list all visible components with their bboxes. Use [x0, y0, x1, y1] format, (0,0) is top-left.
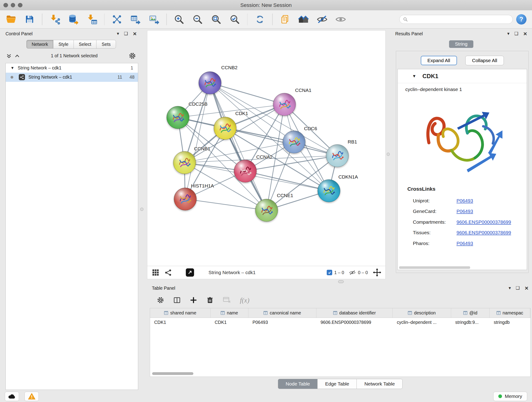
- network-view[interactable]: CCNB2CCNA1CDC25BCDK1CDC6RB1CCNB1CCNA2CDK…: [147, 30, 386, 279]
- network-row-selected[interactable]: String Network – cdk1 11 48: [6, 73, 138, 82]
- copy-button[interactable]: [278, 12, 293, 27]
- results-tab-string[interactable]: String: [449, 40, 473, 48]
- table-cell-name[interactable]: CDK1: [210, 320, 248, 325]
- pan-move-icon[interactable]: [373, 268, 381, 277]
- network-node-ccna2[interactable]: [234, 160, 257, 182]
- node-details-header[interactable]: ▼ CDK1: [398, 69, 527, 83]
- toggle-graphics-details-button[interactable]: [315, 12, 330, 27]
- open-dashboard-button[interactable]: [296, 12, 311, 27]
- panel-float-icon[interactable]: ❑: [124, 32, 128, 36]
- cloud-status-button[interactable]: [5, 392, 19, 401]
- network-node-rb1[interactable]: [326, 144, 349, 167]
- table-cell-database-identifier[interactable]: 9606.ENSP00000378699: [317, 320, 393, 325]
- network-node-ccna1[interactable]: [273, 93, 296, 116]
- tab-edge-table[interactable]: Edge Table: [317, 379, 357, 389]
- panel-collapse-icon[interactable]: ▾: [509, 286, 511, 290]
- search-input[interactable]: [410, 16, 509, 22]
- table-row[interactable]: CDK1CDK1P064939606.ENSP00000378699cyclin…: [150, 318, 530, 327]
- table-settings-gear-icon[interactable]: [157, 296, 164, 304]
- control-tab-style[interactable]: Style: [53, 40, 74, 49]
- new-network-button[interactable]: [109, 12, 124, 27]
- panel-collapse-icon[interactable]: ▾: [507, 32, 510, 36]
- network-node-ccnb2[interactable]: [199, 71, 221, 94]
- table-cell-description[interactable]: cyclin–dependent ...: [393, 320, 451, 325]
- column-header-description[interactable]: description: [393, 308, 451, 318]
- bottom-splitter-grip[interactable]: [338, 280, 344, 283]
- zoom-in-button[interactable]: [172, 12, 187, 27]
- add-column-plus-icon[interactable]: [190, 296, 197, 304]
- save-session-button[interactable]: [22, 12, 37, 27]
- tab-network-table[interactable]: Network Table: [356, 379, 403, 389]
- crosslink-link-genecard[interactable]: P06493: [457, 209, 473, 214]
- collapse-caret-icon[interactable]: ▼: [412, 74, 416, 79]
- function-builder-button[interactable]: f(x): [240, 296, 249, 304]
- birds-eye-view-icon[interactable]: [152, 268, 160, 277]
- panel-close-icon[interactable]: ✕: [133, 32, 137, 36]
- selected-checkbox-icon[interactable]: [327, 270, 332, 275]
- network-node-cdkn1a[interactable]: [317, 179, 340, 202]
- collapse-all-chevron-icon[interactable]: [14, 53, 20, 59]
- apply-layout-button[interactable]: [252, 12, 267, 27]
- export-table-button[interactable]: [128, 12, 143, 27]
- column-header-id[interactable]: @id: [451, 308, 490, 318]
- import-network-from-database-button[interactable]: [66, 12, 81, 27]
- network-node-cdk1[interactable]: [214, 117, 236, 140]
- crosslink-link-uniprot[interactable]: P06493: [457, 198, 473, 204]
- panel-float-icon[interactable]: ❑: [514, 32, 518, 36]
- tree-caret-icon[interactable]: ▼: [11, 66, 14, 70]
- memory-button[interactable]: Memory: [493, 392, 527, 401]
- share-network-icon[interactable]: [165, 269, 172, 276]
- help-button[interactable]: ?: [516, 14, 526, 25]
- network-node-ccne1[interactable]: [255, 199, 278, 222]
- table-cell-namespac[interactable]: stringdb: [490, 320, 530, 325]
- network-node-cdc6[interactable]: [283, 131, 305, 153]
- delete-column-trash-icon[interactable]: [206, 296, 214, 304]
- column-header-name[interactable]: name: [210, 308, 248, 318]
- crosslink-link-compartments[interactable]: 9606.ENSP00000378699: [457, 219, 511, 225]
- show-hide-panel-button[interactable]: [333, 12, 348, 27]
- show-columns-icon[interactable]: [173, 296, 181, 304]
- table-horizontal-scrollbar[interactable]: [152, 372, 193, 375]
- zoom-out-button[interactable]: [190, 12, 205, 27]
- panel-float-icon[interactable]: ❑: [516, 286, 520, 290]
- left-splitter-grip[interactable]: [140, 208, 143, 211]
- hidden-eye-icon[interactable]: [349, 269, 356, 276]
- network-node-hist1h1a[interactable]: [174, 188, 196, 211]
- card-horizontal-scrollbar[interactable]: [399, 266, 470, 269]
- control-tab-sets[interactable]: Sets: [96, 40, 116, 49]
- crosslink-link-tissues[interactable]: 9606.ENSP00000378699: [457, 230, 511, 235]
- control-tab-select[interactable]: Select: [74, 40, 97, 49]
- table-cell-canonical-name[interactable]: P06493: [248, 320, 317, 325]
- warnings-button[interactable]: [25, 392, 39, 401]
- column-header-canonical-name[interactable]: canonical name: [248, 308, 317, 318]
- panel-close-icon[interactable]: ✕: [525, 286, 529, 291]
- control-panel-title: Control Panel: [6, 31, 32, 36]
- panel-collapse-icon[interactable]: ▾: [117, 32, 119, 36]
- export-view-button[interactable]: [186, 268, 194, 277]
- network-canvas[interactable]: CCNB2CCNA1CDC25BCDK1CDC6RB1CCNB1CCNA2CDK…: [147, 31, 385, 266]
- collapse-all-button[interactable]: Collapse All: [465, 56, 504, 65]
- tab-node-table[interactable]: Node Table: [278, 379, 318, 389]
- network-collection-row[interactable]: ▼ String Network – cdk1 1: [6, 63, 138, 73]
- control-tab-network[interactable]: Network: [26, 40, 54, 49]
- gear-icon[interactable]: [128, 52, 136, 60]
- table-cell-id[interactable]: stringdb:9...: [451, 320, 490, 325]
- right-splitter-grip[interactable]: [387, 153, 390, 156]
- table-cell-shared-name[interactable]: CDK1: [150, 320, 210, 325]
- zoom-fit-button[interactable]: [209, 12, 224, 27]
- zoom-selected-button[interactable]: [227, 12, 242, 27]
- network-node-cdc25b[interactable]: [167, 106, 189, 129]
- network-node-ccnb1[interactable]: [173, 151, 196, 174]
- export-image-button[interactable]: [146, 12, 162, 27]
- panel-close-icon[interactable]: ✕: [523, 32, 527, 36]
- expand-all-button[interactable]: Expand All: [421, 56, 457, 65]
- expand-all-chevron-icon[interactable]: [6, 53, 12, 59]
- crosslink-link-pharos[interactable]: P06493: [457, 241, 473, 246]
- column-header-database-identifier[interactable]: database identifier: [317, 308, 393, 318]
- import-network-from-file-button[interactable]: [47, 12, 62, 27]
- column-header-namespac[interactable]: namespac: [490, 308, 530, 318]
- import-table-from-file-button[interactable]: [84, 12, 99, 27]
- open-session-button[interactable]: [3, 12, 19, 27]
- column-header-shared-name[interactable]: shared name: [150, 308, 210, 318]
- table-panel-header: Table Panel ▾ ❑ ✕: [148, 284, 532, 292]
